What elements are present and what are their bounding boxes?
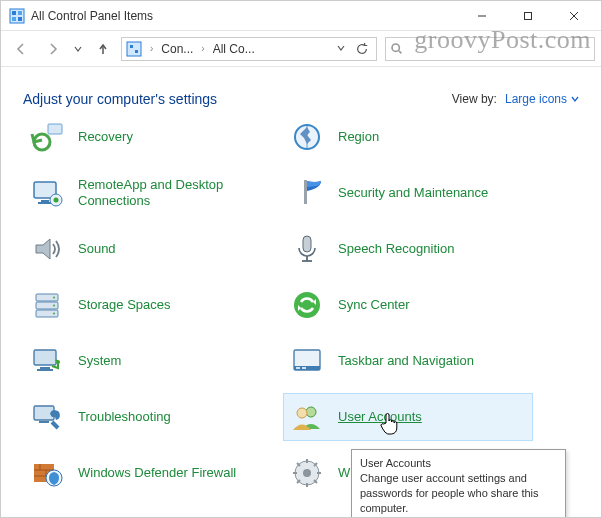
page-heading: Adjust your computer's settings xyxy=(23,91,217,107)
svg-point-23 xyxy=(54,198,59,203)
svg-point-32 xyxy=(53,297,55,299)
item-label: RemoteApp and Desktop Connections xyxy=(78,177,266,208)
control-panel-item-system[interactable]: System xyxy=(23,337,273,385)
maximize-button[interactable] xyxy=(505,1,551,31)
breadcrumb-separator-icon: › xyxy=(201,43,204,54)
title-bar: All Control Panel Items xyxy=(1,1,601,31)
view-by-label: View by: xyxy=(452,92,497,106)
forward-button[interactable] xyxy=(39,37,67,61)
svg-point-48 xyxy=(306,407,316,417)
view-by-value: Large icons xyxy=(505,92,567,106)
item-label: Speech Recognition xyxy=(338,241,454,257)
control-panel-app-icon xyxy=(9,8,25,24)
breadcrumb-segment[interactable]: Con... xyxy=(161,42,193,56)
control-panel-item-user-accounts[interactable]: User Accounts xyxy=(283,393,533,441)
window-title: All Control Panel Items xyxy=(31,9,153,23)
svg-rect-40 xyxy=(37,369,53,371)
item-label: Windows Defender Firewall xyxy=(78,465,236,481)
svg-rect-4 xyxy=(18,17,22,21)
item-label: Security and Maintenance xyxy=(338,185,488,201)
svg-rect-38 xyxy=(34,350,56,365)
recovery-icon xyxy=(30,120,64,154)
svg-point-33 xyxy=(53,305,55,307)
address-bar[interactable]: › Con... › All Co... xyxy=(121,37,377,61)
svg-rect-47 xyxy=(39,421,49,423)
tooltip-title: User Accounts xyxy=(360,456,557,471)
region-icon xyxy=(290,120,324,154)
svg-rect-1 xyxy=(12,11,16,15)
system-icon xyxy=(30,344,64,378)
remoteapp-icon xyxy=(30,176,64,210)
speech-icon xyxy=(290,232,324,266)
up-button[interactable] xyxy=(89,37,117,61)
search-input[interactable] xyxy=(385,37,595,61)
svg-rect-10 xyxy=(127,42,141,56)
svg-rect-26 xyxy=(303,236,311,252)
item-label: Sync Center xyxy=(338,297,410,313)
breadcrumb-segment[interactable]: All Co... xyxy=(213,42,255,56)
svg-rect-21 xyxy=(38,202,52,204)
control-panel-item-speech[interactable]: Speech Recognition xyxy=(283,225,533,273)
back-button[interactable] xyxy=(7,37,35,61)
control-panel-item-work-folders[interactable]: Work Folders xyxy=(23,505,273,514)
storage-icon xyxy=(30,288,64,322)
breadcrumb-separator-icon: › xyxy=(150,43,153,54)
control-panel-item-remoteapp[interactable]: RemoteApp and Desktop Connections xyxy=(23,169,273,217)
svg-marker-25 xyxy=(36,239,50,259)
control-panel-item-sync[interactable]: Sync Center xyxy=(283,281,533,329)
navigation-bar: › Con... › All Co... xyxy=(1,31,601,67)
control-panel-item-troubleshooting[interactable]: Troubleshooting xyxy=(23,393,273,441)
svg-rect-12 xyxy=(135,50,138,53)
address-dropdown-icon[interactable] xyxy=(336,42,346,56)
windows-icon xyxy=(290,456,324,490)
user-accounts-icon xyxy=(290,400,324,434)
svg-rect-45 xyxy=(302,367,306,369)
troubleshoot-icon xyxy=(30,400,64,434)
tooltip: User Accounts Change user account settin… xyxy=(351,449,566,518)
svg-point-34 xyxy=(53,313,55,315)
svg-point-49 xyxy=(297,408,307,418)
svg-rect-6 xyxy=(525,12,532,19)
item-label: Troubleshooting xyxy=(78,409,171,425)
svg-rect-11 xyxy=(130,45,133,48)
svg-rect-39 xyxy=(40,367,50,369)
svg-rect-2 xyxy=(18,11,22,15)
control-panel-item-region[interactable]: Region xyxy=(283,119,533,161)
taskbar-icon xyxy=(290,344,324,378)
control-panel-item-defender-firewall[interactable]: Windows Defender Firewall xyxy=(23,449,273,497)
svg-point-35 xyxy=(294,292,320,318)
control-panel-item-sound[interactable]: Sound xyxy=(23,225,273,273)
svg-rect-3 xyxy=(12,17,16,21)
item-label: Recovery xyxy=(78,129,133,145)
refresh-button[interactable] xyxy=(352,37,372,61)
svg-point-57 xyxy=(303,469,311,477)
defender-icon xyxy=(30,456,64,490)
item-label: User Accounts xyxy=(338,409,422,425)
view-by-dropdown[interactable]: Large icons xyxy=(505,92,579,106)
minimize-button[interactable] xyxy=(459,1,505,31)
svg-rect-24 xyxy=(304,180,307,204)
svg-point-41 xyxy=(56,360,60,364)
item-label: Taskbar and Navigation xyxy=(338,353,474,369)
chevron-down-icon xyxy=(571,95,579,103)
item-label: Region xyxy=(338,129,379,145)
control-panel-crumb-icon xyxy=(126,41,142,57)
item-label: Sound xyxy=(78,241,116,257)
search-field[interactable] xyxy=(403,41,590,57)
search-icon xyxy=(390,42,403,55)
control-panel-item-storage[interactable]: Storage Spaces xyxy=(23,281,273,329)
control-panel-item-recovery[interactable]: Recovery xyxy=(23,119,273,161)
control-panel-item-security[interactable]: Security and Maintenance xyxy=(283,169,533,217)
close-button[interactable] xyxy=(551,1,597,31)
item-label: Storage Spaces xyxy=(78,297,171,313)
item-label: System xyxy=(78,353,121,369)
heading-row: Adjust your computer's settings View by:… xyxy=(1,67,601,119)
svg-point-13 xyxy=(392,44,399,51)
control-panel-item-taskbar[interactable]: Taskbar and Navigation xyxy=(283,337,533,385)
security-icon xyxy=(290,176,324,210)
svg-rect-44 xyxy=(296,367,300,369)
svg-line-14 xyxy=(399,51,401,53)
window-controls xyxy=(459,1,597,31)
work-folders-icon xyxy=(30,512,64,514)
history-dropdown-button[interactable] xyxy=(71,37,85,61)
